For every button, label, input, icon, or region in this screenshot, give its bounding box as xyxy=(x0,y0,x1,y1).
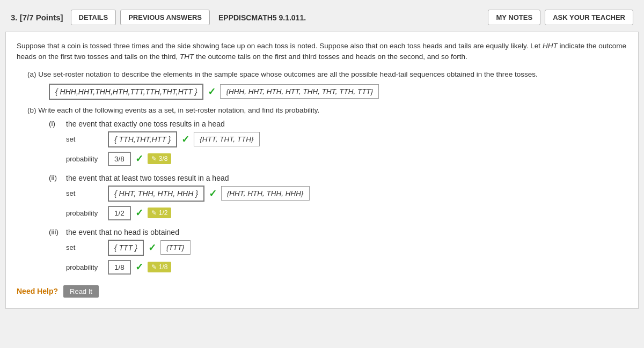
previous-answers-button[interactable]: PREVIOUS ANSWERS xyxy=(120,10,210,25)
hht-var: HHT xyxy=(543,42,560,50)
part-b-text: Write each of the following events as a … xyxy=(38,106,319,114)
part-a-student-answer[interactable]: { HHH,HHT,THH,HTH,TTT,TTH,THT,HTT } xyxy=(49,84,203,100)
part-i-prob-label: probability xyxy=(66,155,104,163)
part-a-text: Use set-roster notation to describe the … xyxy=(38,70,538,78)
part-iii-prob-student[interactable]: 1/8 xyxy=(108,260,131,275)
part-a: (a) Use set-roster notation to describe … xyxy=(27,70,627,100)
part-i-set-correct: {HTT, THT, TTH} xyxy=(194,132,259,146)
part-i-prob-row: probability 3/8 ✓ ✎ 3/8 xyxy=(66,152,627,166)
part-ii-set-label: set xyxy=(66,189,104,197)
part-ii-text: the event that at least two tosses resul… xyxy=(66,174,229,182)
part-iii-label: (iii) xyxy=(49,228,66,236)
part-a-letter: (a) xyxy=(27,70,36,78)
part-iii-prob-edit[interactable]: ✎ 1/8 xyxy=(148,262,172,272)
pencil-icon-ii: ✎ xyxy=(151,209,157,217)
part-ii-header: (ii) the event that at least two tosses … xyxy=(49,174,627,182)
part-ii-set-correct: {HHT, HTH, THH, HHH} xyxy=(221,186,310,201)
part-ii: (ii) the event that at least two tosses … xyxy=(49,174,627,220)
part-i-prob-student[interactable]: 3/8 xyxy=(108,152,131,166)
part-iii: (iii) the event that no head is obtained… xyxy=(49,228,627,275)
part-iii-set-checkmark: ✓ xyxy=(148,242,156,254)
ask-teacher-button[interactable]: ASK YOUR TEACHER xyxy=(545,10,633,25)
part-iii-set-student[interactable]: { TTT } xyxy=(108,240,144,256)
header-right: MY NOTES ASK YOUR TEACHER xyxy=(488,10,633,25)
part-i-label: (i) xyxy=(49,120,66,128)
part-ii-set-row: set { HHT, THH, HTH, HHH } ✓ {HHT, HTH, … xyxy=(66,186,627,202)
content-box: Suppose that a coin is tossed three time… xyxy=(5,32,639,309)
part-iii-set-correct: {TTT} xyxy=(160,240,191,255)
part-iii-text: the event that no head is obtained xyxy=(66,228,179,236)
header-bar: 3. [7/7 Points] DETAILS PREVIOUS ANSWERS… xyxy=(5,5,639,29)
tht-var: THT xyxy=(180,53,196,61)
part-iii-header: (iii) the event that no head is obtained xyxy=(49,228,627,236)
pencil-icon: ✎ xyxy=(151,155,157,162)
part-iii-prob-checkmark: ✓ xyxy=(135,261,143,273)
part-b-letter: (b) xyxy=(27,106,36,114)
part-iii-set-label: set xyxy=(66,243,104,251)
points-label: 3. [7/7 Points] xyxy=(11,13,63,22)
part-i: (i) the event that exactly one toss resu… xyxy=(49,120,627,166)
part-a-label: (a) Use set-roster notation to describe … xyxy=(27,70,627,78)
part-i-set-row: set { TTH,THT,HTT } ✓ {HTT, THT, TTH} xyxy=(66,131,627,147)
part-ii-prob-edit[interactable]: ✎ 1/2 xyxy=(148,208,172,218)
part-iii-set-row: set { TTT } ✓ {TTT} xyxy=(66,240,627,256)
part-i-prob-checkmark: ✓ xyxy=(135,153,143,165)
part-ii-set-student[interactable]: { HHT, THH, HTH, HHH } xyxy=(108,186,204,202)
part-iii-prob-label: probability xyxy=(66,263,104,271)
part-i-prob-edit[interactable]: ✎ 3/8 xyxy=(148,153,172,164)
part-ii-prob-label: probability xyxy=(66,209,104,217)
part-iii-prob-row: probability 1/8 ✓ ✎ 1/8 xyxy=(66,260,627,275)
part-i-header: (i) the event that exactly one toss resu… xyxy=(49,120,627,128)
need-help-text: Need Help? xyxy=(17,287,58,295)
part-ii-label: (ii) xyxy=(49,174,66,182)
main-text-3: the outcome tails on the first and third… xyxy=(196,53,467,61)
part-a-correct-answer: {HHH, HHT, HTH, HTT, THH, THT, TTH, TTT} xyxy=(220,84,379,99)
problem-text: Suppose that a coin is tossed three time… xyxy=(17,41,627,63)
part-i-set-checkmark: ✓ xyxy=(181,134,189,145)
part-i-set-label: set xyxy=(66,135,104,143)
header-left: 3. [7/7 Points] DETAILS PREVIOUS ANSWERS… xyxy=(11,10,306,25)
need-help-section: Need Help? Read It xyxy=(17,285,627,298)
part-i-text: the event that exactly one toss results … xyxy=(66,120,225,128)
part-ii-prob-checkmark: ✓ xyxy=(135,207,143,219)
part-ii-prob-student[interactable]: 1/2 xyxy=(108,206,131,220)
part-b-label: (b) Write each of the following events a… xyxy=(27,106,627,114)
my-notes-button[interactable]: MY NOTES xyxy=(488,10,540,25)
problem-id: EPPDISCMATH5 9.1.011. xyxy=(218,13,306,22)
main-text-1: Suppose that a coin is tossed three time… xyxy=(17,42,540,50)
part-i-set-student[interactable]: { TTH,THT,HTT } xyxy=(108,131,177,147)
pencil-icon-iii: ✎ xyxy=(151,263,157,271)
read-it-button[interactable]: Read It xyxy=(63,285,99,298)
part-ii-set-checkmark: ✓ xyxy=(209,188,217,199)
part-ii-prob-row: probability 1/2 ✓ ✎ 1/2 xyxy=(66,206,627,220)
part-b: (b) Write each of the following events a… xyxy=(27,106,627,275)
part-a-checkmark: ✓ xyxy=(208,86,216,98)
part-a-answer-row: { HHH,HHT,THH,HTH,TTT,TTH,THT,HTT } ✓ {H… xyxy=(49,84,627,100)
details-button[interactable]: DETAILS xyxy=(71,10,116,25)
